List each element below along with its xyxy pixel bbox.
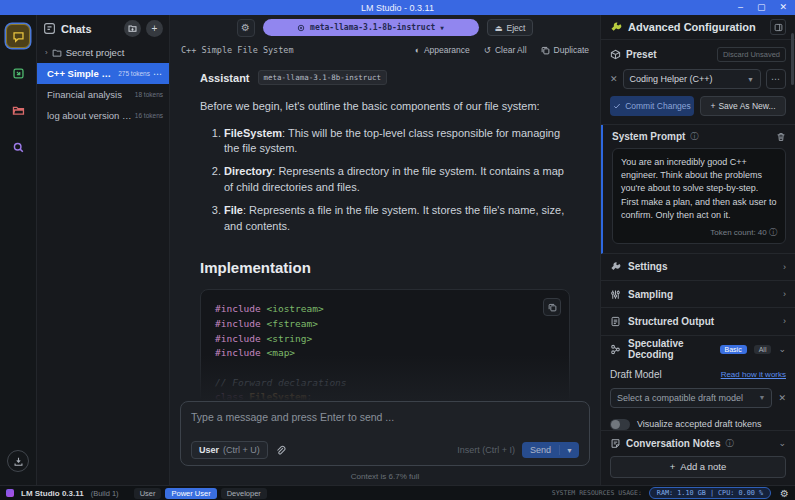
chat-item-selected[interactable]: C++ Simple File System 275 tokens ⋯ <box>37 63 169 84</box>
section-settings[interactable]: Settings › <box>601 254 795 281</box>
plus-icon: + <box>670 461 676 472</box>
component-list: FileSystem: This will be the top-level c… <box>200 126 570 236</box>
appearance-icon: ◐ <box>415 45 420 55</box>
chat-token-count: 18 tokens <box>135 91 163 98</box>
draft-model-label: Draft Model <box>610 369 662 380</box>
code-line: #include <iostream> <box>215 302 555 317</box>
appearance-button[interactable]: ◐ Appearance <box>415 45 470 55</box>
clear-all-button[interactable]: ↺ Clear All <box>484 45 527 55</box>
models-folder-nav-icon[interactable] <box>6 98 30 122</box>
note-icon <box>610 438 621 449</box>
message-input[interactable]: Type a message and press Enter to send .… <box>191 411 579 441</box>
folder-icon <box>52 48 62 58</box>
chats-header-title: Chats <box>61 23 92 35</box>
copy-code-button[interactable] <box>543 298 561 316</box>
chats-panel-icon <box>43 22 56 35</box>
chat-title: log about version of ... <box>47 110 132 121</box>
maximize-button[interactable]: ▢ <box>757 0 766 15</box>
folder-row-secret-project[interactable]: › Secret project <box>37 42 169 63</box>
list-item: FileSystem: This will be the top-level c… <box>224 126 570 158</box>
chevron-down-icon: ▼ <box>440 24 444 31</box>
token-count: Token count: 40 ⓘ <box>621 227 777 238</box>
system-prompt-editor[interactable]: You are an incredibly good C++ engineer.… <box>612 148 786 243</box>
structured-output-icon <box>610 316 621 327</box>
send-button[interactable]: Send ▼ <box>522 442 579 458</box>
lm-studio-window: LM Studio - 0.3.11 – ▢ ✕ <box>0 0 795 500</box>
add-note-button[interactable]: + Add a note <box>610 456 786 478</box>
new-chat-button[interactable]: + <box>146 20 163 37</box>
preset-section: Preset Discard Unsaved ✕ Coding Helper (… <box>601 40 795 125</box>
section-heading: Implementation <box>200 259 570 276</box>
duplicate-button[interactable]: Duplicate <box>541 45 589 55</box>
assistant-model-badge: meta-llama-3.1-8b-instruct <box>258 70 387 85</box>
search-nav-icon[interactable] <box>6 135 30 159</box>
all-filter-pill[interactable]: All <box>754 345 772 354</box>
basic-filter-pill[interactable]: Basic <box>720 345 747 354</box>
mode-power-user-button[interactable]: Power User <box>165 488 216 499</box>
conversation-notes-header[interactable]: Conversation Notes ⓘ ⌄ <box>610 438 786 449</box>
collapse-panel-button[interactable] <box>770 19 786 35</box>
section-speculative-decoding[interactable]: Speculative Decoding Basic All ⌄ <box>601 336 795 363</box>
chat-item[interactable]: Financial analysis 18 tokens <box>37 84 169 105</box>
section-structured-output[interactable]: Structured Output › <box>601 308 795 335</box>
lmstudio-logo <box>6 489 14 497</box>
visualize-tokens-toggle[interactable] <box>610 419 630 430</box>
chat-token-count: 16 tokens <box>135 112 163 119</box>
code-line: #include <map> <box>215 346 555 361</box>
send-options-caret[interactable]: ▼ <box>560 447 579 454</box>
model-name: meta-llama-3.1-8b-instruct <box>310 23 435 32</box>
system-prompt-section: System Prompt ⓘ You are an incredibly go… <box>601 125 795 253</box>
discard-unsaved-button[interactable]: Discard Unsaved <box>717 47 786 62</box>
panel-scrollbar[interactable] <box>791 33 794 85</box>
code-line: #include <string> <box>215 332 555 347</box>
commit-changes-button[interactable]: Commit Changes <box>610 96 694 116</box>
eject-model-button[interactable]: ⏏ Eject <box>487 19 534 36</box>
info-icon: ⓘ <box>690 131 698 142</box>
preset-label: Preset <box>626 49 657 60</box>
settings-gear-icon[interactable]: ⚙ <box>780 488 789 499</box>
nav-rail <box>0 15 37 485</box>
settings-icon <box>610 261 621 272</box>
new-folder-button[interactable] <box>124 20 141 37</box>
speculative-decoding-icon <box>610 344 621 355</box>
insert-hint: Insert (Ctrl + I) <box>457 445 515 455</box>
draft-model-block: Draft Model Read how it works Select a c… <box>601 363 795 430</box>
system-prompt-label: System Prompt <box>612 131 685 142</box>
delete-prompt-button[interactable] <box>776 132 786 142</box>
status-bar: LM Studio 0.3.11 (Build 1) User Power Us… <box>0 485 795 500</box>
developer-nav-icon[interactable] <box>6 61 30 85</box>
chat-nav-icon[interactable] <box>6 24 30 48</box>
preset-dropdown[interactable]: Coding Helper (C++) ▼ <box>623 69 761 89</box>
clear-draft-icon[interactable]: ✕ <box>778 393 786 403</box>
minimize-button[interactable]: – <box>738 0 743 15</box>
downloads-button[interactable] <box>7 450 29 472</box>
conversation-notes-section: Conversation Notes ⓘ ⌄ + Add a note <box>601 430 795 485</box>
close-button[interactable]: ✕ <box>779 0 787 15</box>
eject-icon: ⏏ <box>495 23 503 33</box>
chat-item[interactable]: log about version of ... 16 tokens <box>37 105 169 126</box>
section-sampling[interactable]: Sampling › <box>601 281 795 308</box>
role-toggle-button[interactable]: User(Ctrl + U) <box>191 441 268 459</box>
advanced-config-panel: Advanced Configuration Preset Discard Un… <box>600 15 795 485</box>
save-as-new-button[interactable]: + Save As New... <box>700 96 786 116</box>
resources-pill[interactable]: RAM: 1.10 GB | CPU: 0.00 % <box>649 487 771 499</box>
code-line: #include <fstream> <box>215 317 555 332</box>
chevron-right-icon: › <box>45 48 48 57</box>
chats-sidebar: Chats + › Secret project C++ Simple File… <box>37 15 170 485</box>
clear-preset-icon[interactable]: ✕ <box>610 74 618 84</box>
app-version: LM Studio 0.3.11 <box>21 489 84 498</box>
preset-more-button[interactable]: ⋯ <box>766 69 786 89</box>
info-icon: ⓘ <box>769 228 777 237</box>
mode-user-button[interactable]: User <box>134 488 162 499</box>
code-block: #include <iostream> #include <fstream> #… <box>200 289 570 401</box>
more-icon[interactable]: ⋯ <box>153 69 163 79</box>
read-how-it-works-link[interactable]: Read how it works <box>721 370 786 379</box>
chat-title: Financial analysis <box>47 89 132 100</box>
window-title: LM Studio - 0.3.11 <box>0 3 795 13</box>
attach-file-button[interactable] <box>275 445 286 456</box>
draft-model-dropdown[interactable]: Select a compatible draft model ▼ <box>610 388 772 408</box>
model-settings-gear-button[interactable]: ⚙ <box>237 19 255 37</box>
commit-icon <box>613 102 621 110</box>
loaded-model-selector[interactable]: meta-llama-3.1-8b-instruct ▼ <box>263 19 479 36</box>
mode-developer-button[interactable]: Developer <box>221 488 267 499</box>
